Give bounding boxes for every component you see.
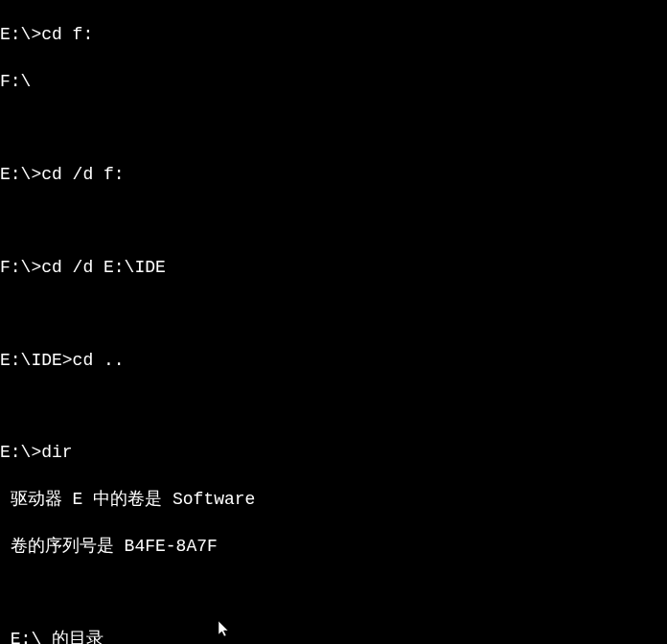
output-line: F:\>cd /d E:\IDE bbox=[0, 256, 667, 279]
output-line: F:\ bbox=[0, 70, 667, 93]
output-line: E:\>dir bbox=[0, 441, 667, 464]
output-line: 卷的序列号是 B4FE-8A7F bbox=[0, 535, 667, 558]
output-line bbox=[0, 116, 667, 139]
output-line: E:\IDE>cd .. bbox=[0, 349, 667, 372]
output-line bbox=[0, 395, 667, 418]
output-line: E:\ 的目录 bbox=[0, 628, 667, 644]
output-line: 驱动器 E 中的卷是 Software bbox=[0, 488, 667, 511]
output-line bbox=[0, 302, 667, 325]
output-line: E:\>cd /d f: bbox=[0, 163, 667, 186]
output-line: E:\>cd f: bbox=[0, 23, 667, 46]
output-line bbox=[0, 209, 667, 232]
terminal-window[interactable]: E:\>cd f: F:\ E:\>cd /d f: F:\>cd /d E:\… bbox=[0, 0, 667, 644]
output-line bbox=[0, 581, 667, 604]
